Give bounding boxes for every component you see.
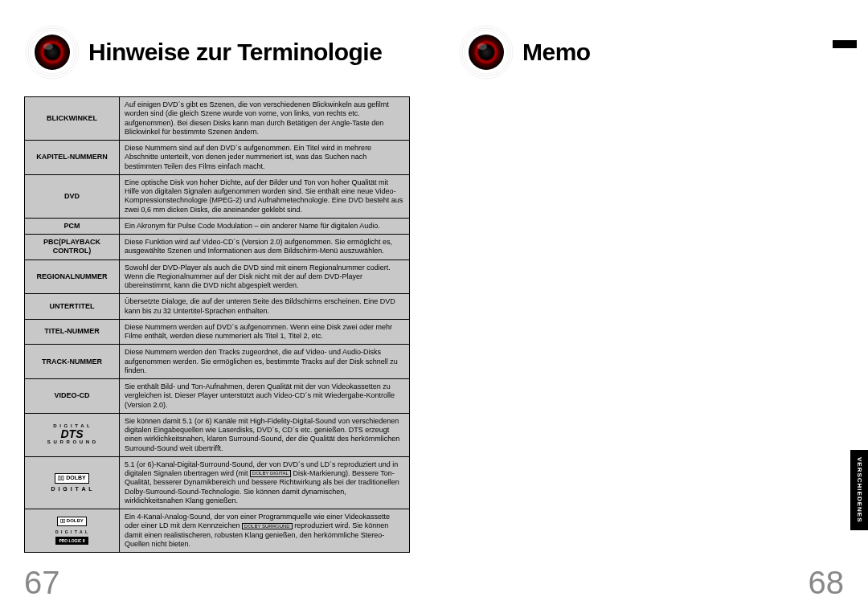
svg-point-9 [477,43,487,50]
table-row: KAPITEL-NUMMERNDiese Nummern sind auf de… [25,141,410,175]
table-row: TITEL-NUMMERDiese Nummern werden auf DVD… [25,319,410,345]
logo-cell: ▯▯ DOLBYD I G I T A L [25,456,120,509]
inline-badge-icon: DOLBY SURROUND [242,523,293,530]
desc-cell: Ein Akronym für Pulse Code Modulation – … [120,218,410,234]
svg-point-8 [469,35,504,70]
speaker-icon [24,24,80,80]
term-cell: VIDEO-CD [25,379,120,414]
desc-cell: Diese Nummern sind auf den DVD´s aufgeno… [120,141,410,175]
table-row: DVDEine optische Disk von hoher Dichte, … [25,174,410,218]
page-number-right: 68 [809,565,845,601]
term-cell: KAPITEL-NUMMERN [25,141,120,175]
terminology-table: BLICKWINKELAuf einigen DVD´s gibt es Sze… [24,96,410,553]
desc-cell: Übersetzte Dialoge, die auf der unteren … [120,294,410,320]
dts-logo: D I G I T A LdtsS U R R O U N D [47,423,96,444]
table-row: D I G I T A LdtsS U R R O U N DSie könne… [25,413,410,456]
desc-cell: Diese Nummern werden den Tracks zugeordn… [120,345,410,379]
table-row: ▯▯ DOLBYD I G I T A L5.1 (or 6)-Kanal-Di… [25,456,410,509]
table-row: PCMEin Akronym für Pulse Code Modulation… [25,218,410,234]
term-cell: TITEL-NUMMER [25,319,120,345]
inline-badge-icon: DOLBY DIGITAL [250,470,291,477]
page-number-left: 67 [24,565,60,601]
svg-point-3 [35,35,70,70]
term-cell: UNTERTITEL [25,294,120,320]
table-row: BLICKWINKELAuf einigen DVD´s gibt es Sze… [25,97,410,141]
desc-cell: Eine optische Disk von hoher Dichte, auf… [120,174,410,218]
title-right: Memo [522,39,591,66]
logo-cell: D I G I T A LdtsS U R R O U N D [25,413,120,456]
page-right: Memo 68 [434,0,868,613]
desc-cell: Auf einigen DVD´s gibt es Szenen, die vo… [120,97,410,141]
term-cell: REGIONALNUMMER [25,260,120,294]
term-cell: DVD [25,174,120,218]
desc-cell: Ein 4-Kanal-Analog-Sound, der von einer … [120,509,410,553]
desc-cell: Sowohl der DVD-Player als auch die DVD s… [120,260,410,294]
logo-cell: ▯▯ DOLBYD I G I T A LPRO LOGIC II [25,509,120,553]
page-left: Hinweise zur Terminologie BLICKWINKELAuf… [0,0,434,613]
term-cell: PBC(PLAYBACK CONTROL) [25,235,120,260]
header-right: Memo [458,16,844,88]
desc-cell: Sie können damit 5.1 (or 6) Kanäle mit H… [120,413,410,456]
dolby-prologic-logo: ▯▯ DOLBYD I G I T A LPRO LOGIC II [55,516,88,544]
desc-cell: Sie enthält Bild- und Ton-Aufnahmen, der… [120,379,410,414]
table-row: PBC(PLAYBACK CONTROL)Diese Funktion wird… [25,235,410,260]
desc-cell: Diese Nummern werden auf DVD´s aufgenomm… [120,319,410,345]
title-left: Hinweise zur Terminologie [88,39,382,66]
table-row: REGIONALNUMMERSowohl der DVD-Player als … [25,260,410,294]
table-row: ▯▯ DOLBYD I G I T A LPRO LOGIC IIEin 4-K… [25,509,410,553]
section-marker [833,40,857,48]
table-row: VIDEO-CDSie enthält Bild- und Ton-Aufnah… [25,379,410,414]
term-cell: TRACK-NUMMER [25,345,120,379]
svg-point-4 [43,43,53,50]
table-row: TRACK-NUMMERDiese Nummern werden den Tra… [25,345,410,379]
desc-cell: Diese Funktion wird auf Video-CD´s (Vers… [120,235,410,260]
term-cell: PCM [25,218,120,234]
dolby-digital-logo: ▯▯ DOLBYD I G I T A L [51,473,92,492]
header-left: Hinweise zur Terminologie [24,16,410,88]
side-tab: VERSCHIEDENES [850,450,868,530]
desc-cell: 5.1 (or 6)-Kanal-Digital-Surround-Sound,… [120,456,410,509]
speaker-icon [458,24,514,80]
term-cell: BLICKWINKEL [25,97,120,141]
table-row: UNTERTITELÜbersetzte Dialoge, die auf de… [25,294,410,320]
